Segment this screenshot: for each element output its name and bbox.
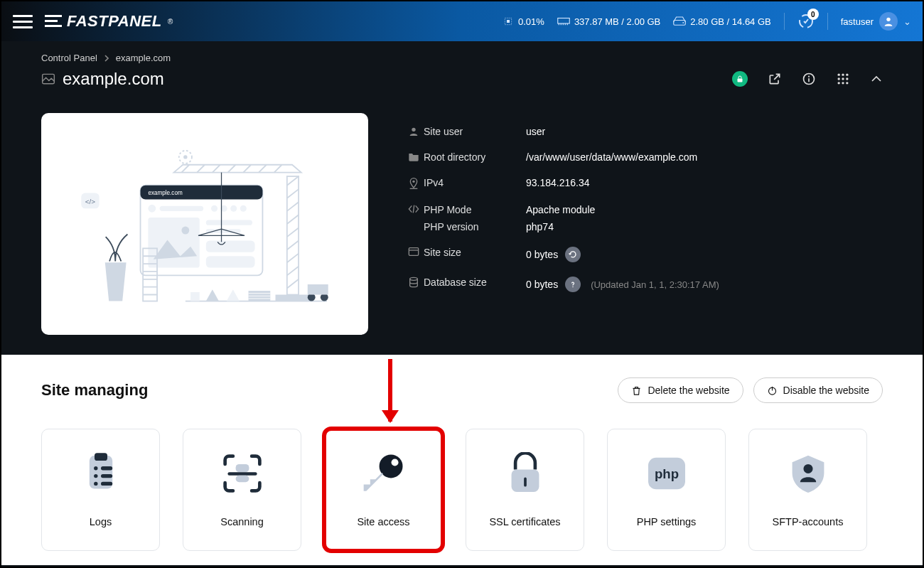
info-row-root: Root directory /var/www/user/data/www/ex… [408,144,883,170]
card-sftp[interactable]: SFTP-accounts [748,429,867,551]
card-scanning[interactable]: Scanning [183,429,301,551]
screenshot-domain-label: example.com [148,190,183,196]
svg-point-30 [148,205,156,213]
svg-rect-36 [148,218,199,268]
notification-count: 0 [807,9,819,20]
svg-point-19 [842,77,844,80]
card-ssl[interactable]: SSL certificates [466,429,584,551]
info-icon[interactable] [802,72,816,86]
svg-text:</>: </> [85,198,96,205]
chevron-up-icon[interactable] [870,73,883,85]
svg-rect-69 [235,464,249,472]
help-dbsize[interactable] [565,277,581,292]
chevron-right-icon [104,55,109,62]
page-title: example.com [41,69,164,89]
svg-point-67 [94,482,97,486]
brand-text: FASTPANEL [67,12,162,31]
svg-rect-41 [206,256,255,267]
svg-point-34 [230,205,237,212]
refresh-sitesize[interactable] [565,247,581,262]
svg-rect-75 [524,478,527,487]
info-row-php: PHP Mode PHP version Apache module php74 [408,197,883,240]
svg-point-22 [842,82,844,84]
info-row-sitesize: Site size 0 bytes [408,240,883,269]
info-row-user: Site user user [408,119,883,144]
svg-rect-70 [227,472,257,476]
svg-text:php: php [654,466,678,481]
php-icon: php [645,452,688,495]
ram-stat: 337.87 MB / 2.00 GB [557,16,660,27]
svg-point-57 [410,277,418,280]
info-list: Site user user Root directory /var/www/u… [408,113,883,335]
svg-point-52 [412,181,414,183]
ram-icon [557,16,570,26]
database-icon [408,277,424,288]
svg-rect-0 [45,15,62,17]
cpu-stat: 0.01% [503,16,544,27]
sftp-icon [788,452,828,495]
card-php[interactable]: php PHP settings [607,429,726,551]
svg-point-58 [572,286,573,287]
logs-icon [82,452,120,495]
svg-point-18 [838,77,840,80]
svg-point-21 [838,82,840,84]
managing-cards: Logs Scanning Site access SSL certificat… [41,429,883,551]
delete-website-button[interactable]: Delete the website [618,377,743,403]
info-row-ipv4: IPv4 93.184.216.34 [408,170,883,197]
svg-rect-11 [738,79,743,82]
svg-point-15 [838,74,840,76]
top-header: FASTPANEL® 0.01% 337.87 MB / 2.00 GB 2.8… [1,1,923,41]
chevron-down-icon: ⌄ [903,16,911,27]
svg-line-54 [413,205,414,213]
svg-point-78 [803,464,812,473]
svg-point-13 [808,76,810,77]
svg-point-25 [183,155,187,159]
breadcrumb-root[interactable]: Control Panel [41,53,97,63]
title-actions [732,71,883,87]
svg-point-9 [886,18,890,21]
svg-rect-46 [190,292,200,301]
hamburger-menu[interactable] [13,11,33,31]
svg-rect-62 [95,453,107,461]
svg-rect-5 [558,18,570,24]
power-icon [767,385,778,396]
ssl-lock-badge[interactable] [732,71,748,87]
external-link-icon[interactable] [768,72,782,86]
svg-point-65 [94,474,97,478]
image-icon [41,72,55,86]
notifications[interactable]: 0 [797,13,815,30]
card-logs[interactable]: Logs [41,429,160,551]
managing-title: Site managing [41,381,148,400]
cpu-icon [503,16,514,27]
svg-rect-42 [276,295,312,301]
brand-logo[interactable]: FASTPANEL® [44,12,173,31]
breadcrumb: Control Panel example.com [41,53,883,63]
site-screenshot: </> example.com [41,113,368,335]
svg-point-51 [412,128,415,132]
svg-rect-40 [206,241,255,252]
site-managing: Site managing Delete the website Disable… [1,355,923,565]
svg-point-7 [683,22,684,23]
user-menu[interactable]: fastuser ⌄ [841,12,911,31]
svg-rect-2 [45,25,62,27]
svg-point-20 [846,77,848,80]
key-icon [361,452,407,495]
card-site-access[interactable]: Site access [324,429,443,551]
scanning-icon [221,452,264,495]
disable-website-button[interactable]: Disable the website [753,377,883,403]
window-icon [408,247,424,257]
svg-rect-71 [235,476,249,482]
svg-rect-64 [101,466,112,470]
avatar-icon [879,12,898,31]
disk-icon [673,16,686,26]
svg-rect-55 [409,248,418,256]
svg-rect-1 [45,20,58,22]
svg-rect-4 [507,20,510,23]
svg-rect-66 [101,474,112,478]
apps-grid-icon[interactable] [836,72,850,86]
svg-point-16 [842,74,844,76]
svg-point-32 [211,205,217,212]
page-subheader: Control Panel example.com example.com [1,41,923,103]
user-icon [408,126,424,137]
svg-point-73 [391,459,398,466]
